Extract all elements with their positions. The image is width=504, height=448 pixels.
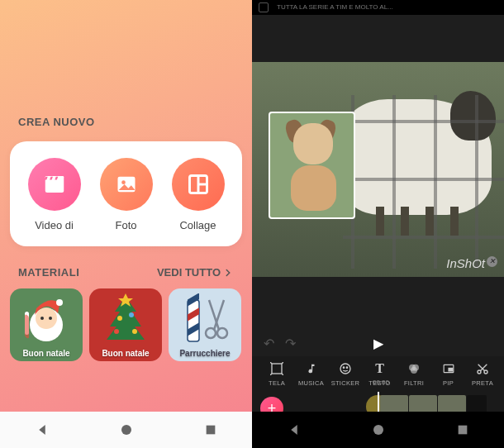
tool-tela[interactable]: TELA [262, 361, 292, 387]
tool-label: PIP [443, 379, 454, 387]
pip-icon [441, 361, 456, 376]
materials-header: MATERIALI VEDI TUTTO [0, 266, 252, 279]
collage-icon [172, 158, 225, 211]
svg-point-33 [343, 367, 344, 368]
svg-point-44 [373, 425, 383, 435]
tool-label: MUSICA [298, 379, 324, 387]
pip-overlay[interactable] [269, 112, 355, 219]
home-screen: CREA NUOVO Video di Foto Collage MATERIA… [0, 0, 252, 448]
svg-point-34 [346, 367, 347, 368]
close-icon[interactable]: ✕ [487, 256, 497, 267]
goat-head [450, 91, 496, 141]
nav-back-icon[interactable] [35, 422, 50, 437]
tool-pip[interactable]: PIP [434, 361, 464, 387]
tool-label: FILTRI [404, 379, 424, 387]
tool-label: STICKER [331, 379, 360, 387]
nav-back-icon[interactable] [287, 422, 302, 437]
svg-point-19 [114, 329, 119, 334]
video-frame: InShOt✕ [252, 62, 504, 277]
play-button[interactable]: ▶ [373, 336, 383, 351]
editor-screen: TUTTA LA SERIE A TIM E MOLTO AL... InShO… [252, 0, 504, 448]
svg-point-29 [121, 425, 131, 435]
material-card-santa[interactable]: Buon natale [10, 288, 83, 361]
cut-icon [475, 361, 490, 376]
svg-point-32 [340, 364, 350, 374]
materials-heading: MATERIALI [18, 266, 79, 279]
tool-musica[interactable]: MUSICA [297, 361, 326, 387]
tool-filtri[interactable]: FILTRI [399, 361, 429, 387]
materials-row: Buon natale Buon natale Parrucchiere [0, 288, 252, 361]
music-icon [304, 361, 319, 376]
svg-rect-0 [45, 179, 64, 193]
android-nav-bar-right [252, 412, 504, 448]
text-icon: T [373, 361, 388, 376]
svg-rect-21 [188, 300, 199, 341]
timecode: 00:00 [373, 379, 389, 386]
svg-point-14 [49, 317, 52, 320]
see-all-button[interactable]: VEDI TUTTO [157, 266, 234, 279]
tool-sticker[interactable]: STICKER [330, 361, 360, 387]
create-photo-button[interactable]: Foto [100, 158, 153, 231]
tool-label: TELA [269, 379, 285, 387]
see-all-label: VEDI TUTTO [157, 266, 221, 279]
nav-recents-icon[interactable] [456, 423, 469, 436]
undo-button[interactable]: ↶ [264, 336, 274, 351]
material-label: Buon natale [22, 349, 69, 358]
material-card-tree[interactable]: Buon natale [89, 288, 162, 361]
svg-rect-39 [449, 368, 453, 371]
photo-icon [100, 158, 153, 211]
svg-line-28 [209, 300, 219, 330]
goat-legs [368, 207, 467, 236]
sticker-icon [338, 361, 353, 376]
chevron-right-icon [222, 267, 234, 279]
svg-point-11 [36, 307, 57, 329]
nav-recents-icon[interactable] [204, 423, 217, 436]
video-preview[interactable]: InShOt✕ [252, 0, 504, 330]
svg-point-17 [117, 316, 122, 321]
nav-home-icon[interactable] [371, 422, 386, 437]
create-video-button[interactable]: Video di [28, 158, 81, 231]
playback-bar: ↶ ↷ ▶ [252, 330, 504, 356]
canvas-icon [269, 361, 284, 376]
material-card-barber[interactable]: Parrucchiere [169, 288, 241, 361]
svg-point-20 [132, 329, 137, 334]
material-label: Buon natale [102, 349, 149, 358]
create-collage-label: Collage [179, 219, 216, 231]
filter-icon [407, 361, 421, 376]
create-heading: CREA NUOVO [0, 116, 252, 128]
create-card: Video di Foto Collage [10, 141, 242, 246]
svg-rect-1 [45, 176, 64, 180]
svg-rect-30 [206, 426, 215, 435]
create-photo-label: Foto [115, 219, 136, 231]
santa-icon [20, 295, 73, 345]
tool-preta[interactable]: PRETA [468, 361, 497, 387]
tool-label: PRETA [472, 379, 493, 387]
watermark-text: InShOt [446, 256, 485, 270]
svg-point-18 [129, 312, 134, 317]
svg-line-27 [214, 300, 224, 330]
svg-point-6 [121, 180, 126, 184]
svg-point-13 [40, 317, 44, 320]
nav-home-icon[interactable] [119, 422, 134, 437]
android-nav-bar-left [0, 412, 252, 448]
christmas-tree-icon [102, 293, 150, 346]
svg-rect-16 [25, 314, 29, 339]
create-video-label: Video di [35, 219, 74, 231]
video-icon [28, 158, 81, 211]
svg-rect-45 [458, 426, 467, 435]
create-collage-button[interactable]: Collage [172, 158, 225, 231]
watermark[interactable]: InShOt✕ [446, 256, 497, 270]
material-label: Parrucchiere [179, 349, 230, 358]
svg-rect-31 [272, 364, 282, 374]
redo-button[interactable]: ↷ [285, 336, 296, 351]
svg-point-12 [56, 299, 63, 306]
barber-icon [181, 293, 229, 350]
svg-point-37 [411, 367, 417, 374]
